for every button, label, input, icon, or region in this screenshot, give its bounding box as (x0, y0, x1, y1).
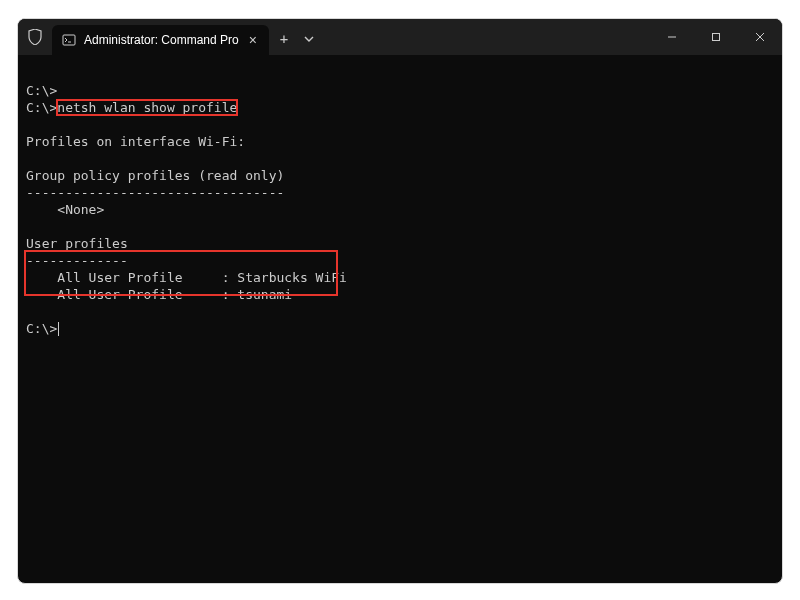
maximize-button[interactable] (694, 19, 738, 55)
output-line: --------------------------------- (26, 185, 284, 200)
cmd-icon (62, 33, 76, 47)
prompt: C:\> (26, 100, 57, 115)
output-line: All User Profile : tsunami (26, 287, 292, 302)
tab-close-button[interactable]: × (247, 33, 259, 47)
tab-dropdown-button[interactable] (299, 24, 319, 54)
output-line: User profiles (26, 236, 128, 251)
output-line: C:\> (26, 83, 57, 98)
text-cursor (58, 322, 59, 336)
minimize-button[interactable] (650, 19, 694, 55)
close-window-button[interactable] (738, 19, 782, 55)
tab-active[interactable]: Administrator: Command Pro × (52, 25, 269, 55)
output-line: All User Profile : Starbucks WiFi (26, 270, 347, 285)
prompt-current: C:\> (26, 321, 57, 336)
svg-rect-3 (713, 34, 720, 41)
terminal-body[interactable]: C:\> C:\>netsh wlan show profile Profile… (18, 55, 782, 583)
new-tab-button[interactable]: + (269, 24, 299, 54)
output-line: <None> (26, 202, 104, 217)
output-line: ------------- (26, 253, 128, 268)
highlighted-command: netsh wlan show profile (57, 100, 237, 115)
titlebar: Administrator: Command Pro × + (18, 19, 782, 55)
terminal-window: Administrator: Command Pro × + C:\> C:\>… (17, 18, 783, 584)
titlebar-left: Administrator: Command Pro × + (18, 19, 319, 55)
output-line: Profiles on interface Wi-Fi: (26, 134, 245, 149)
output-line: Group policy profiles (read only) (26, 168, 284, 183)
shield-icon (18, 19, 52, 55)
tab-title: Administrator: Command Pro (84, 33, 239, 47)
svg-rect-0 (63, 35, 75, 45)
